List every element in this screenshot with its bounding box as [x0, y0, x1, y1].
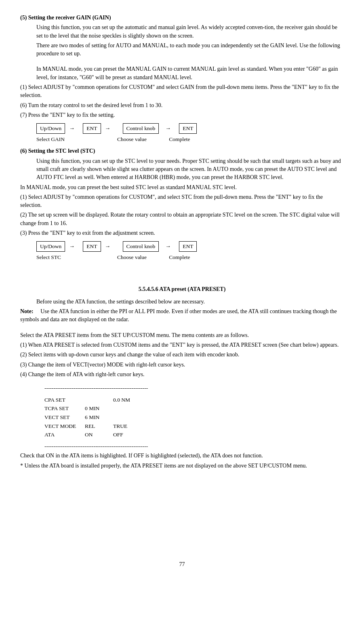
page-number: 77 — [20, 560, 344, 569]
stc-arrow1: → — [69, 242, 75, 251]
gain-arrow1: → — [69, 124, 75, 133]
stc-label-complete: Complete — [169, 253, 190, 261]
ata-note-text: Use the ATA function in either the PPI o… — [20, 308, 337, 322]
gain-item1: (1) Select ADJUST by "common operations … — [20, 83, 344, 100]
ata-table-row: CPA SET0.0 NM — [44, 396, 344, 404]
page-content: (5) Setting the receiver GAIN (GAIN) Usi… — [20, 14, 344, 569]
stc-heading: (6) Setting the STC level (STC) — [20, 147, 344, 155]
stc-arrow3: → — [165, 242, 171, 251]
gain-box-ent1: ENT — [83, 123, 101, 134]
gain-arrow3: → — [165, 124, 171, 133]
ata-table-row: VECT SET6 MIN — [44, 413, 344, 422]
stc-para1: Using this function, you can set up the … — [36, 157, 344, 182]
ata-col2: 6 MIN — [85, 413, 113, 422]
ata-star-para: * Unless the ATA board is installed prop… — [20, 462, 344, 470]
ata-col3: OFF — [113, 430, 133, 439]
ata-check-para: Check that ON in the ATA items is highli… — [20, 452, 344, 460]
ata-col1: VECT MODE — [44, 422, 85, 431]
stc-item1: (1) Select ADJUST by "common operations … — [20, 193, 344, 210]
ata-col1: TCPA SET — [44, 404, 85, 413]
stc-flow-labels: Select STC Choose value Complete — [36, 253, 344, 261]
gain-para3: In MANUAL mode, you can preset the MANUA… — [36, 65, 344, 82]
gain-flow-row: Up/Down → ENT → Control knob → ENT — [36, 123, 344, 134]
ata-dash-top: ----------------------------------------… — [44, 384, 344, 392]
ata-dash-bottom: ----------------------------------------… — [44, 442, 344, 451]
stc-item2: (2) The set up screen will be displayed.… — [20, 211, 344, 227]
stc-label-select: Select STC — [36, 253, 73, 261]
ata-item3: (3) Change the item of VECT(vector) MODE… — [20, 361, 344, 369]
gain-label-complete: Complete — [169, 135, 190, 143]
gain-box-updown: Up/Down — [36, 123, 65, 134]
ata-para1: Before using the ATA function, the setti… — [36, 298, 344, 306]
gain-box-ent2: ENT — [179, 123, 197, 134]
gain-para1: Using this function, you can set up the … — [36, 23, 344, 40]
ata-item1: (1) When ATA PRESET is selected from CUS… — [20, 341, 344, 349]
ata-col3 — [113, 404, 133, 413]
ata-item2: (2) Select items with up-down cursor key… — [20, 351, 344, 359]
ata-col1: ATA — [44, 430, 85, 439]
ata-note-label: Note: — [20, 308, 34, 314]
ata-subheading: 5.5.4.5.6 ATA preset (ATA PRESET) — [20, 285, 344, 293]
gain-label-choose: Choose value — [117, 135, 147, 143]
stc-arrow2: → — [105, 242, 111, 251]
ata-note: Note: Use the ATA function in either the… — [20, 307, 344, 324]
ata-col1: CPA SET — [44, 396, 85, 404]
ata-col2 — [85, 396, 113, 404]
stc-box-updown: Up/Down — [36, 241, 65, 252]
ata-para2: Select the ATA PRESET items from the SET… — [20, 331, 344, 339]
gain-flow-labels: Select GAIN Choose value Complete — [36, 135, 344, 143]
gain-item7: (7) Press the "ENT" key to fix the setti… — [20, 111, 344, 119]
ata-col3 — [113, 413, 133, 422]
gain-arrow2: → — [105, 124, 111, 133]
gain-heading: (5) Setting the receiver GAIN (GAIN) — [20, 14, 344, 22]
stc-para2: In MANUAL mode, you can preset the best … — [20, 183, 344, 192]
stc-box-controlknob: Control knob — [123, 241, 159, 252]
ata-col3: 0.0 NM — [113, 396, 133, 404]
gain-para2: There are two modes of setting for AUTO … — [36, 42, 344, 58]
gain-item6: (6) Turn the rotary control to set the d… — [20, 101, 344, 110]
ata-col2: ON — [85, 430, 113, 439]
ata-col3: TRUE — [113, 422, 133, 431]
stc-flow-row: Up/Down → ENT → Control knob → ENT — [36, 241, 344, 252]
gain-label-select: Select GAIN — [36, 135, 73, 143]
stc-box-ent2: ENT — [179, 241, 197, 252]
ata-table: CPA SET0.0 NMTCPA SET0 MINVECT SET6 MINV… — [44, 396, 344, 439]
ata-table-row: VECT MODERELTRUE — [44, 422, 344, 431]
stc-box-ent1: ENT — [83, 241, 101, 252]
ata-item4: (4) Change the item of ATA with right-le… — [20, 371, 344, 379]
ata-col2: REL — [85, 422, 113, 431]
stc-item3: (3) Press the "ENT" key to exit from the… — [20, 229, 344, 237]
ata-col1: VECT SET — [44, 413, 85, 422]
ata-table-row: TCPA SET0 MIN — [44, 404, 344, 413]
ata-col2: 0 MIN — [85, 404, 113, 413]
gain-box-controlknob: Control knob — [123, 123, 159, 134]
ata-table-row: ATAONOFF — [44, 430, 344, 439]
stc-label-choose: Choose value — [117, 253, 147, 261]
